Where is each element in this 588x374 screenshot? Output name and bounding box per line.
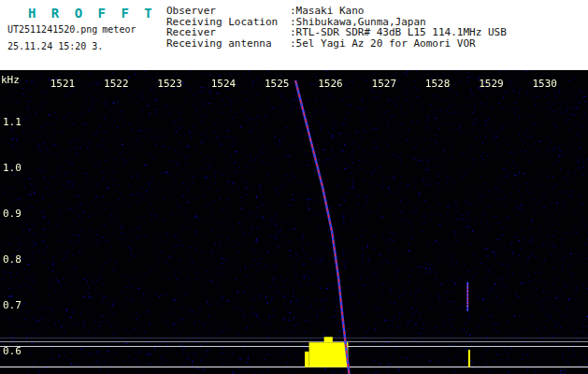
meta-row-receiver: Receiver :RTL-SDR SDR# 43dB L15 114.1MHz…: [166, 27, 507, 38]
app-title: H R O F F T: [28, 6, 156, 21]
y-tick-label: 0.8: [3, 253, 22, 266]
x-tick-label: 1524: [209, 78, 237, 90]
meta-row-observer: Observer :Masaki Kano: [166, 6, 507, 17]
x-tick-label: 1523: [156, 78, 184, 90]
x-tick-label: 1522: [102, 78, 130, 90]
antenna-label: Receiving antenna: [166, 38, 290, 50]
axis-labels: kHz1521152215231524152515261527152815291…: [0, 70, 588, 374]
hrofft-window: H R O F F T UT2511241520.pngmeteor 25.11…: [0, 0, 588, 374]
output-filename: UT2511241520.png: [7, 24, 97, 35]
y-tick-label: 1.1: [3, 116, 22, 128]
observer-label: Observer: [166, 6, 290, 17]
y-tick-label: 1.0: [3, 162, 22, 174]
receiver-value: :RTL-SDR SDR# 43dB L15 114.1MHz USB: [290, 27, 507, 38]
x-tick-label: 1528: [423, 78, 452, 90]
x-tick-label: 1521: [49, 78, 77, 90]
y-tick-label: 0.6: [3, 345, 22, 357]
x-tick-label: 1530: [531, 78, 559, 90]
mode-label: meteor: [102, 24, 136, 35]
x-tick-label: 1526: [317, 78, 345, 90]
station-info: Observer :Masaki Kano Receiving Location…: [166, 6, 507, 49]
spectrogram-plot: kHz1521152215231524152515261527152815291…: [0, 70, 588, 374]
observation-timestamp: 25.11.24 15:20 3.: [7, 41, 103, 51]
receiver-label: Receiver: [166, 27, 290, 38]
y-tick-label: 0.7: [3, 299, 22, 311]
y-tick-label: 0.9: [3, 208, 22, 220]
x-tick-label: 1527: [370, 78, 398, 90]
antenna-value: :5el Yagi Az 20 for Aomori VOR: [290, 38, 476, 50]
header: H R O F F T UT2511241520.pngmeteor 25.11…: [0, 0, 588, 70]
meta-row-antenna: Receiving antenna :5el Yagi Az 20 for Ao…: [166, 38, 507, 50]
file-line: UT2511241520.pngmeteor: [7, 24, 136, 35]
x-tick-label: 1529: [477, 78, 505, 90]
observer-value: :Masaki Kano: [290, 6, 364, 17]
x-tick-label: 1525: [263, 78, 291, 90]
y-axis-unit: kHz: [1, 74, 20, 86]
